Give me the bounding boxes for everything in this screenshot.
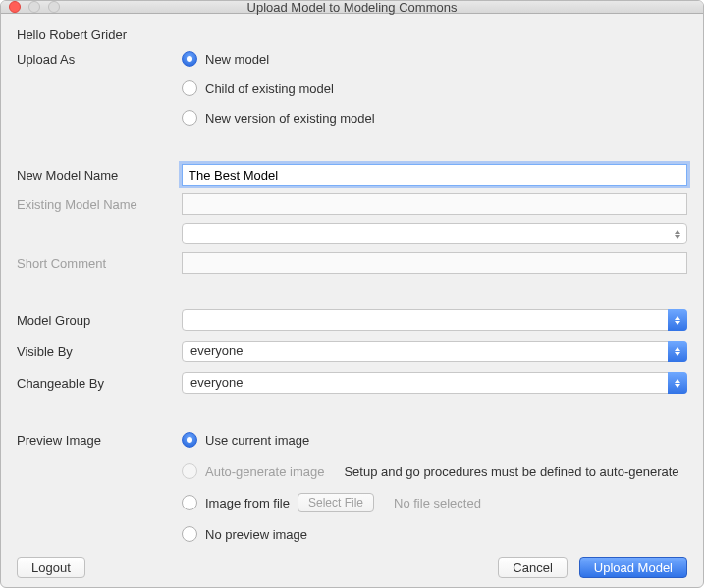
visible-by-row: Visible By everyone — [17, 341, 687, 362]
model-group-select[interactable] — [182, 309, 687, 331]
select-display: everyone — [182, 341, 687, 362]
changeable-by-select[interactable]: everyone — [182, 372, 687, 394]
radio-label: New version of existing model — [205, 111, 375, 126]
chevron-updown-icon[interactable] — [668, 309, 687, 331]
short-comment-input — [182, 252, 687, 274]
upload-as-new-version[interactable]: New version of existing model — [182, 107, 687, 129]
radio-icon[interactable] — [182, 51, 197, 67]
greeting-text: Hello Robert Grider — [17, 27, 687, 42]
button-bar: Logout Cancel Upload Model — [17, 545, 687, 578]
chevron-updown-icon[interactable] — [668, 372, 687, 394]
radio-icon[interactable] — [182, 80, 197, 96]
preview-file[interactable]: Image from file Select File No file sele… — [182, 492, 687, 513]
no-file-text: No file selected — [394, 496, 481, 510]
model-group-label: Model Group — [17, 309, 182, 328]
select-display — [182, 223, 687, 244]
existing-model-name-label: Existing Model Name — [17, 193, 182, 212]
radio-label: New model — [205, 52, 269, 67]
preview-none[interactable]: No preview image — [182, 523, 687, 545]
new-model-name-input[interactable] — [182, 164, 687, 186]
short-comment-label: Short Comment — [17, 252, 182, 271]
select-display: everyone — [182, 372, 687, 394]
new-model-name-row: New Model Name — [17, 164, 687, 186]
minimize-icon — [28, 1, 40, 13]
preview-current[interactable]: Use current image — [182, 429, 687, 451]
new-model-name-label: New Model Name — [17, 164, 182, 183]
upload-as-row: Upload As New model Child of existing mo… — [17, 48, 687, 129]
model-group-row: Model Group — [17, 309, 687, 331]
changeable-by-row: Changeable By everyone — [17, 372, 687, 394]
radio-icon[interactable] — [182, 432, 197, 448]
radio-label: Use current image — [205, 433, 309, 448]
upload-as-child[interactable]: Child of existing model — [182, 78, 687, 99]
dialog-window: Upload Model to Modeling Commons Hello R… — [0, 0, 704, 588]
upload-model-button[interactable]: Upload Model — [579, 557, 687, 578]
short-comment-row: Short Comment — [17, 252, 687, 274]
existing-model-name-row: Existing Model Name — [17, 193, 687, 244]
close-icon[interactable] — [9, 1, 21, 13]
radio-icon[interactable] — [182, 110, 197, 126]
radio-label: Child of existing model — [205, 81, 334, 96]
visible-by-label: Visible By — [17, 341, 182, 359]
upload-as-label: Upload As — [17, 48, 182, 67]
changeable-by-label: Changeable By — [17, 372, 182, 391]
existing-model-select — [182, 223, 687, 244]
radio-icon[interactable] — [182, 495, 197, 510]
traffic-lights — [1, 1, 60, 13]
existing-model-name-input — [182, 193, 687, 215]
window-title: Upload Model to Modeling Commons — [1, 0, 703, 15]
select-file-button: Select File — [298, 493, 374, 512]
radio-label: Auto-generate image — [205, 464, 324, 479]
radio-icon — [182, 463, 197, 479]
preview-image-label: Preview Image — [17, 429, 182, 448]
radio-label: Image from file — [205, 496, 290, 510]
dialog-content: Hello Robert Grider Upload As New model … — [1, 14, 703, 588]
maximize-icon — [48, 1, 60, 13]
visible-by-select[interactable]: everyone — [182, 341, 687, 362]
upload-as-new[interactable]: New model — [182, 48, 687, 70]
radio-label: No preview image — [205, 527, 307, 542]
preview-image-row: Preview Image Use current image Auto-gen… — [17, 429, 687, 545]
logout-button[interactable]: Logout — [17, 557, 85, 578]
select-display — [182, 309, 687, 331]
chevron-updown-icon[interactable] — [668, 341, 687, 362]
titlebar: Upload Model to Modeling Commons — [1, 1, 703, 14]
preview-auto: Auto-generate image Setup and go procedu… — [182, 460, 687, 482]
auto-hint-text: Setup and go procedures must be defined … — [344, 464, 678, 479]
radio-icon[interactable] — [182, 526, 197, 542]
chevron-updown-icon — [668, 223, 687, 244]
cancel-button[interactable]: Cancel — [498, 557, 567, 578]
